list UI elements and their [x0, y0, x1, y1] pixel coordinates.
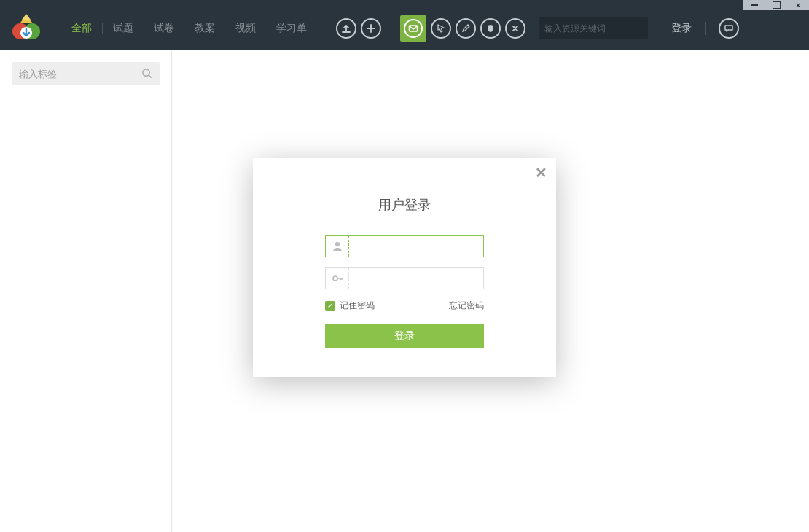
login-modal: ✕ 用户登录 ✓ 记住密码 忘记密码 登录: [253, 158, 556, 377]
nav-tab-label: 试卷: [154, 22, 174, 35]
username-field[interactable]: [325, 235, 484, 257]
remember-password-checkbox[interactable]: ✓ 记住密码: [325, 300, 375, 312]
login-submit-button[interactable]: 登录: [325, 324, 484, 348]
remember-password-label: 记住密码: [340, 300, 375, 312]
nav-tab-label: 视频: [235, 22, 256, 35]
nav-tab-videos[interactable]: 视频: [225, 7, 266, 50]
username-input[interactable]: [349, 236, 483, 257]
header-search-input[interactable]: [544, 23, 654, 34]
window-maximize-button[interactable]: [765, 0, 787, 10]
nav-tab-questions[interactable]: 试题: [103, 7, 144, 50]
password-input[interactable]: [349, 268, 483, 289]
sidebar-tag-search[interactable]: [12, 62, 160, 85]
mail-icon[interactable]: [400, 15, 426, 42]
password-field[interactable]: [325, 267, 484, 289]
sidebar-tag-input[interactable]: [19, 69, 141, 79]
nav-tab-label: 全部: [71, 22, 92, 35]
nav-tab-all[interactable]: 全部: [61, 7, 102, 50]
nav-tab-label: 试题: [113, 22, 133, 35]
app-logo-icon: [9, 11, 44, 46]
window-minimize-button[interactable]: [743, 0, 765, 10]
nav-tabs: 全部 试题 试卷 教案 视频 学习单: [61, 7, 317, 50]
header-toolbar: 全部 试题 试卷 教案 视频 学习单: [0, 7, 809, 50]
pointer-icon[interactable]: [431, 18, 451, 39]
key-icon: [326, 268, 349, 289]
checkbox-checked-icon: ✓: [325, 301, 335, 311]
forgot-password-link[interactable]: 忘记密码: [449, 300, 484, 312]
svg-point-7: [333, 276, 337, 281]
cancel-icon[interactable]: [505, 18, 525, 39]
sidebar: [0, 50, 172, 532]
upload-icon[interactable]: [336, 18, 356, 39]
nav-tab-worksheets[interactable]: 学习单: [266, 7, 317, 50]
toolbar-icon-group: [336, 15, 525, 42]
header-separator: [705, 22, 706, 35]
window-close-button[interactable]: ×: [787, 0, 809, 10]
nav-tab-papers[interactable]: 试卷: [144, 7, 184, 50]
shield-icon[interactable]: [480, 18, 501, 39]
add-icon[interactable]: [361, 18, 381, 39]
user-icon: [326, 236, 349, 257]
svg-point-6: [335, 242, 340, 246]
modal-title: 用户登录: [378, 196, 431, 214]
nav-tab-label: 学习单: [276, 22, 307, 35]
login-link[interactable]: 登录: [671, 22, 692, 35]
nav-tab-plans[interactable]: 教案: [184, 7, 225, 50]
header-search-box[interactable]: [539, 17, 648, 39]
nav-tab-label: 教案: [195, 22, 215, 35]
comment-icon[interactable]: [719, 18, 739, 39]
edit-icon[interactable]: [456, 18, 476, 39]
search-icon[interactable]: [141, 68, 152, 79]
modal-close-button[interactable]: ✕: [535, 164, 547, 181]
